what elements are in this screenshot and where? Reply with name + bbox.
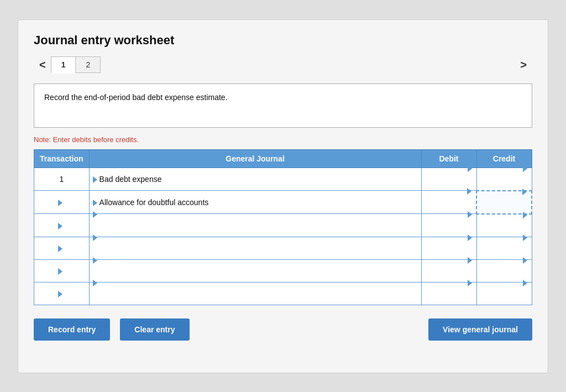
record-entry-button[interactable]: Record entry xyxy=(34,318,110,341)
header-general-journal: General Journal xyxy=(89,149,421,168)
transaction-cell-3 xyxy=(34,237,90,259)
next-arrow[interactable]: > xyxy=(515,56,532,74)
view-journal-button[interactable]: View general journal xyxy=(428,318,532,341)
note-text: Note: Enter debits before credits. xyxy=(34,135,532,144)
journal-table: Transaction General Journal Debit Credit… xyxy=(34,149,532,305)
transaction-cell-4 xyxy=(34,259,90,282)
journal-cell-1[interactable]: Allowance for doubtful accounts xyxy=(89,191,421,214)
tab-1[interactable]: 1 xyxy=(51,56,76,74)
transaction-cell-1 xyxy=(34,191,90,214)
header-transaction: Transaction xyxy=(34,149,90,168)
clear-entry-button[interactable]: Clear entry xyxy=(120,318,189,341)
action-buttons: Record entry Clear entry View general jo… xyxy=(34,318,532,341)
page-title: Journal entry worksheet xyxy=(34,33,532,48)
transaction-cell-0: 1 xyxy=(34,168,90,191)
journal-cell-2[interactable] xyxy=(89,214,421,237)
description-box: Record the end-of-period bad debt expens… xyxy=(34,83,532,128)
worksheet-container: Journal entry worksheet < 1 2 > Record t… xyxy=(18,19,548,373)
journal-cell-0[interactable]: Bad debt expense xyxy=(89,168,421,191)
tab-navigation: < 1 2 > xyxy=(34,56,532,74)
transaction-cell-5 xyxy=(34,282,90,305)
tab-2[interactable]: 2 xyxy=(75,56,101,73)
transaction-cell-2 xyxy=(34,214,90,237)
description-text: Record the end-of-period bad debt expens… xyxy=(44,93,228,102)
prev-arrow[interactable]: < xyxy=(34,56,51,74)
